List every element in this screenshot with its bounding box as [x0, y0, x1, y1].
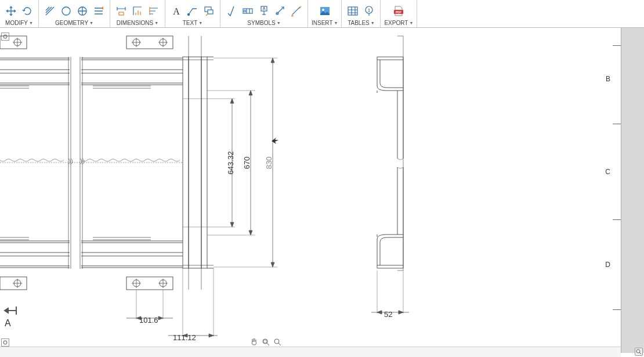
- insert-label: INSERT: [312, 20, 333, 26]
- zone-d-label: D: [605, 261, 621, 269]
- text-icon[interactable]: A: [170, 5, 183, 17]
- svg-rect-32: [189, 57, 201, 268]
- tables-label: TABLES: [348, 20, 370, 26]
- svg-point-0: [62, 7, 70, 15]
- dim-101: 101.6: [139, 316, 158, 324]
- text-label: TEXT: [183, 20, 198, 26]
- svg-rect-2: [119, 12, 124, 15]
- dim-643: 643.32: [226, 152, 235, 175]
- symbols-label: SYMBOLS: [247, 20, 275, 26]
- svg-text:PDF: PDF: [396, 10, 401, 14]
- symbols-dropdown[interactable]: SYMBOLS▼: [247, 20, 280, 26]
- tool-group-insert: INSERT▼: [308, 0, 342, 27]
- centerline-icon[interactable]: [290, 5, 303, 17]
- svg-rect-6: [208, 10, 213, 14]
- modify-label: MODIFY: [5, 20, 28, 26]
- svg-point-13: [322, 9, 324, 11]
- target-circle-icon[interactable]: [76, 5, 89, 17]
- tool-group-tables: 1 TABLES▼: [342, 0, 381, 27]
- side-scrollbar[interactable]: [621, 28, 644, 353]
- svg-point-36: [274, 339, 279, 344]
- leader-icon[interactable]: [186, 5, 199, 17]
- table-icon[interactable]: [346, 5, 359, 17]
- centermark-icon[interactable]: [274, 5, 287, 17]
- tool-group-modify: MODIFY▼: [0, 0, 39, 27]
- tool-group-text: A TEXT▼: [165, 0, 220, 27]
- drawing-svg: [0, 28, 603, 353]
- bom-icon[interactable]: 1: [363, 5, 375, 17]
- project-icon[interactable]: [92, 5, 105, 17]
- insert-dropdown[interactable]: INSERT▼: [312, 20, 338, 26]
- svg-rect-14: [348, 7, 357, 15]
- tool-group-dimensions: DIMENSIONS▼: [110, 0, 165, 27]
- geometry-dropdown[interactable]: GEOMETRY▼: [55, 20, 93, 26]
- svg-rect-31: [183, 57, 189, 268]
- geometry-label: GEOMETRY: [55, 20, 88, 26]
- image-insert-icon[interactable]: [319, 5, 331, 17]
- text-dropdown[interactable]: TEXT▼: [183, 20, 203, 26]
- datum-icon[interactable]: A: [258, 5, 270, 17]
- ordinate-dim-icon[interactable]: [131, 5, 144, 17]
- section-a-label: A: [5, 318, 11, 329]
- tool-group-export: PDF EXPORT▼: [381, 0, 417, 27]
- pdf-export-icon[interactable]: PDF: [392, 5, 405, 17]
- zoom-icon[interactable]: [273, 337, 282, 347]
- line-icon[interactable]: [44, 5, 56, 17]
- status-bar: [0, 347, 621, 357]
- zoom-fit-icon[interactable]: [261, 337, 270, 347]
- zone-c-label: C: [605, 168, 621, 176]
- dim-52: 52: [384, 310, 392, 319]
- export-dropdown[interactable]: EXPORT▼: [384, 20, 413, 26]
- dim-670: 670: [243, 157, 251, 170]
- export-label: EXPORT: [384, 20, 408, 26]
- zone-b-label: B: [606, 75, 621, 83]
- svg-text:A: A: [263, 6, 266, 10]
- svg-text:A: A: [173, 6, 180, 16]
- svg-rect-33: [201, 57, 207, 268]
- baseline-dim-icon[interactable]: [147, 5, 160, 17]
- dimensions-dropdown[interactable]: DIMENSIONS▼: [117, 20, 158, 26]
- search-corner-icon[interactable]: [635, 348, 643, 356]
- linear-dim-icon[interactable]: [115, 5, 128, 17]
- pan-icon[interactable]: [249, 337, 259, 347]
- tool-group-symbols: A SYMBOLS▼: [220, 0, 308, 27]
- svg-text:1: 1: [368, 8, 371, 13]
- move-icon[interactable]: [5, 5, 17, 17]
- modify-dropdown[interactable]: MODIFY▼: [5, 20, 33, 26]
- dimensions-label: DIMENSIONS: [117, 20, 153, 26]
- dim-111: 111.12: [173, 333, 196, 342]
- balloon-icon[interactable]: [202, 5, 215, 17]
- svg-rect-35: [263, 340, 267, 342]
- svg-rect-7: [243, 9, 252, 13]
- main-toolbar: MODIFY▼ GEOMETRY▼: [0, 0, 644, 28]
- circle-icon[interactable]: [60, 5, 73, 17]
- tool-group-geometry: GEOMETRY▼: [39, 0, 110, 27]
- drawing-canvas[interactable]: 643.32 670 830 101.6 111.12 52 A B C D: [0, 28, 644, 357]
- surface-finish-icon[interactable]: [225, 5, 238, 17]
- rotate-icon[interactable]: [21, 5, 34, 17]
- gdt-frame-icon[interactable]: [241, 5, 254, 17]
- tables-dropdown[interactable]: TABLES▼: [348, 20, 375, 26]
- view-nav-tools: [249, 337, 282, 347]
- svg-point-8: [244, 10, 246, 12]
- svg-point-4: [188, 14, 190, 16]
- dim-830: 830: [265, 157, 273, 170]
